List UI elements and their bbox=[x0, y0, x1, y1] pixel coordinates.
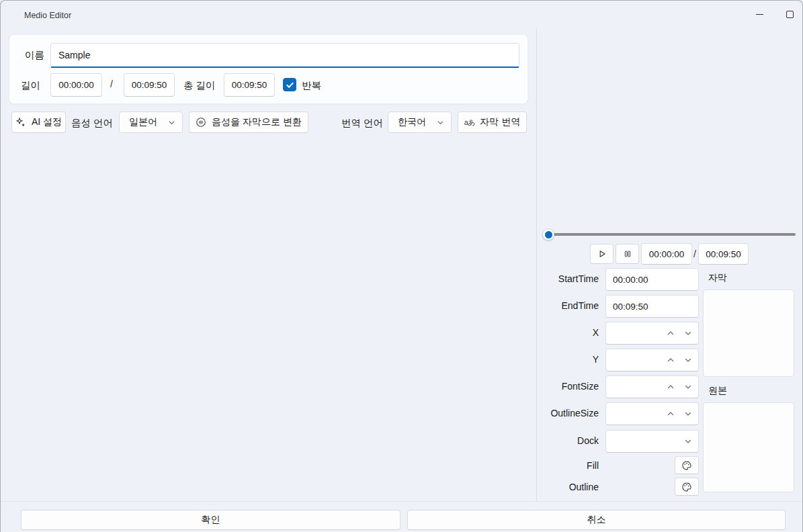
ai-settings-label: AI 설정 bbox=[32, 116, 62, 128]
fontsize-numberbox[interactable] bbox=[605, 375, 699, 398]
minimize-icon bbox=[756, 14, 763, 15]
starttime-input[interactable] bbox=[605, 268, 699, 291]
repeat-checkbox[interactable] bbox=[283, 78, 296, 91]
player-time-separator: / bbox=[693, 249, 696, 259]
checkmark-icon bbox=[286, 81, 294, 89]
translate-language-dropdown[interactable]: 한국어 bbox=[388, 112, 452, 133]
length-label: 길이 bbox=[21, 79, 40, 92]
y-numberbox[interactable] bbox=[605, 349, 699, 371]
chevron-down-icon[interactable] bbox=[681, 431, 695, 452]
palette-icon bbox=[681, 460, 692, 471]
speech-icon bbox=[196, 117, 206, 128]
chevron-down-icon[interactable] bbox=[681, 376, 695, 398]
fontsize-label: FontSize bbox=[518, 381, 599, 392]
x-numberbox[interactable] bbox=[605, 322, 699, 345]
chevron-down-icon bbox=[437, 119, 444, 126]
maximize-icon bbox=[786, 11, 794, 18]
speech-to-subtitle-button[interactable]: 음성을 자막으로 변환 bbox=[189, 112, 308, 133]
dock-label: Dock bbox=[518, 435, 599, 446]
subtitle-pane-label: 자막 bbox=[708, 272, 727, 284]
seek-slider-track[interactable] bbox=[542, 233, 796, 236]
voice-language-value: 일본어 bbox=[129, 116, 168, 128]
maximize-button[interactable] bbox=[774, 1, 803, 28]
position-time-input[interactable] bbox=[50, 73, 102, 97]
dock-dropdown[interactable] bbox=[605, 430, 699, 453]
name-input[interactable] bbox=[50, 43, 519, 68]
voice-language-label: 음성 언어 bbox=[71, 117, 113, 130]
outlinesize-numberbox[interactable] bbox=[605, 402, 699, 425]
seek-slider-thumb-dot bbox=[545, 231, 552, 238]
ai-settings-button[interactable]: AI 설정 bbox=[11, 112, 66, 133]
voice-language-dropdown[interactable]: 일본어 bbox=[119, 112, 183, 133]
starttime-label: StartTime bbox=[518, 273, 599, 284]
ok-button[interactable]: 확인 bbox=[21, 510, 400, 530]
time-separator: / bbox=[110, 79, 113, 89]
pause-icon bbox=[623, 249, 632, 259]
total-length-input[interactable] bbox=[224, 73, 275, 97]
chevron-up-icon[interactable] bbox=[663, 322, 678, 344]
total-length-label: 총 길이 bbox=[183, 79, 216, 92]
chevron-down-icon bbox=[168, 119, 175, 126]
player-duration-input[interactable] bbox=[698, 243, 749, 265]
outlinesize-label: OutlineSize bbox=[518, 408, 599, 418]
minimize-button[interactable] bbox=[744, 1, 775, 28]
fill-label: Fill bbox=[518, 460, 599, 471]
palette-icon bbox=[681, 482, 692, 492]
chevron-up-icon[interactable] bbox=[663, 349, 678, 371]
fill-color-button[interactable] bbox=[675, 456, 699, 474]
outline-color-button[interactable] bbox=[675, 478, 699, 496]
footer-divider bbox=[1, 501, 803, 502]
endtime-label: EndTime bbox=[518, 300, 599, 311]
subtitle-translate-label: 자막 번역 bbox=[480, 116, 520, 128]
sparkle-icon bbox=[15, 117, 26, 128]
chevron-down-icon[interactable] bbox=[681, 349, 695, 371]
play-icon bbox=[597, 249, 607, 259]
chevron-down-icon[interactable] bbox=[681, 403, 695, 425]
pause-button[interactable] bbox=[616, 244, 639, 264]
player-position-input[interactable] bbox=[641, 243, 692, 265]
app-window: Medio Editor 이름 길이 / 총 길이 반복 AI 설정 음성 언어… bbox=[0, 0, 803, 532]
chevron-up-icon[interactable] bbox=[663, 376, 678, 398]
speech-to-subtitle-label: 음성을 자막으로 변환 bbox=[212, 116, 302, 128]
outline-label: Outline bbox=[518, 482, 599, 492]
panel-divider bbox=[536, 28, 537, 501]
subtitle-textarea[interactable] bbox=[703, 290, 794, 377]
y-label: Y bbox=[518, 354, 599, 365]
chevron-down-icon[interactable] bbox=[681, 322, 695, 344]
translate-language-value: 한국어 bbox=[398, 116, 437, 128]
cancel-button-label: 취소 bbox=[587, 514, 606, 526]
original-textarea[interactable] bbox=[703, 402, 794, 492]
seek-slider-thumb[interactable] bbox=[542, 228, 554, 240]
cancel-button[interactable]: 취소 bbox=[407, 510, 786, 530]
translate-language-label: 번역 언어 bbox=[341, 117, 383, 130]
endtime-input[interactable] bbox=[605, 295, 699, 318]
end-time-input[interactable] bbox=[124, 73, 175, 97]
play-button[interactable] bbox=[590, 244, 614, 264]
x-label: X bbox=[518, 327, 599, 338]
window-title: Medio Editor bbox=[24, 11, 71, 20]
name-label: 이름 bbox=[25, 49, 44, 62]
ok-button-label: 확인 bbox=[202, 514, 220, 526]
repeat-label: 반복 bbox=[302, 79, 321, 92]
subtitle-translate-button[interactable]: aあ 자막 번역 bbox=[458, 112, 527, 133]
original-pane-label: 원본 bbox=[708, 385, 727, 397]
chevron-up-icon[interactable] bbox=[663, 403, 678, 425]
